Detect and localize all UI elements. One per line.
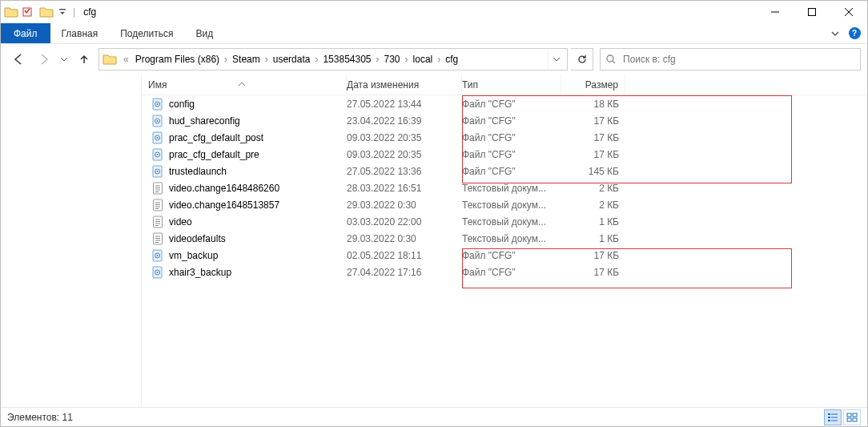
ribbon-tab-share[interactable]: Поделиться <box>109 23 184 43</box>
file-name: video.change1648486260 <box>169 183 279 194</box>
view-details-button[interactable] <box>824 409 842 425</box>
file-list[interactable]: config27.05.2022 13:44Файл "CFG"18 КБhud… <box>142 95 867 407</box>
svg-point-28 <box>157 272 159 273</box>
search-box[interactable] <box>600 48 861 70</box>
column-header-name[interactable]: Имя <box>142 75 347 95</box>
breadcrumb-item[interactable]: Program Files (x86) <box>132 49 223 70</box>
svg-rect-30 <box>831 413 838 414</box>
address-dropdown-button[interactable] <box>548 49 564 70</box>
file-date: 29.03.2022 0:30 <box>347 199 462 211</box>
file-row[interactable]: config27.05.2022 13:44Файл "CFG"18 КБ <box>142 95 867 112</box>
breadcrumb-item[interactable]: userdata <box>270 49 314 70</box>
breadcrumb-item[interactable]: 153854305 <box>319 49 374 70</box>
breadcrumb-item[interactable]: Steam <box>229 49 263 70</box>
status-item-count: Элементов: 11 <box>7 412 73 423</box>
file-size: 17 КБ <box>561 115 625 127</box>
svg-rect-32 <box>831 417 838 417</box>
file-row[interactable]: video.change164848626028.03.2022 16:51Те… <box>142 179 867 196</box>
help-button[interactable]: ? <box>845 23 864 43</box>
file-icon <box>151 199 164 211</box>
file-date: 29.03.2022 0:30 <box>347 233 462 244</box>
chevron-right-icon[interactable]: › <box>223 54 229 65</box>
file-icon <box>151 98 164 111</box>
nav-back-button[interactable] <box>7 49 30 70</box>
file-date: 28.03.2022 16:51 <box>347 183 462 194</box>
chevron-right-icon[interactable]: › <box>436 54 442 65</box>
file-type: Файл "CFG" <box>462 132 561 143</box>
nav-up-button[interactable] <box>73 49 95 70</box>
file-row[interactable]: prac_cfg_default_pre09.03.2022 20:35Файл… <box>142 146 867 163</box>
file-row[interactable]: video.change164851385729.03.2022 0:30Тек… <box>142 196 867 213</box>
file-size: 1 КБ <box>561 216 625 228</box>
nav-forward-button[interactable] <box>33 49 55 70</box>
address-bar[interactable]: « Program Files (x86) › Steam › userdata… <box>98 48 568 70</box>
file-type: Файл "CFG" <box>462 250 561 261</box>
sort-indicator-icon <box>238 81 246 87</box>
breadcrumb-overflow[interactable]: « <box>120 49 132 70</box>
svg-point-3 <box>607 55 613 62</box>
file-size: 17 КБ <box>561 132 625 143</box>
view-large-icons-button[interactable] <box>843 409 861 425</box>
minimize-button[interactable] <box>757 1 794 23</box>
search-input[interactable] <box>621 53 855 66</box>
breadcrumb-item[interactable]: cfg <box>442 49 461 70</box>
qat-folder-icon[interactable] <box>38 6 55 18</box>
svg-point-9 <box>157 120 159 122</box>
column-header-type[interactable]: Тип <box>462 75 561 95</box>
file-size: 2 КБ <box>561 183 625 194</box>
svg-point-6 <box>157 103 159 105</box>
file-row[interactable]: video03.03.2020 22:00Текстовый докум...1… <box>142 213 867 230</box>
ribbon-expand-button[interactable] <box>826 23 845 43</box>
file-date: 27.04.2022 17:16 <box>347 267 462 278</box>
ribbon-file-tab[interactable]: Файл <box>1 23 50 43</box>
file-type: Текстовый докум... <box>462 233 561 244</box>
breadcrumb-item[interactable]: local <box>410 49 436 70</box>
file-name: hud_shareconfig <box>169 115 240 127</box>
file-date: 27.05.2022 13:44 <box>347 99 462 110</box>
column-header-size[interactable]: Размер <box>561 75 625 95</box>
titlebar-separator: | <box>70 6 78 18</box>
maximize-button[interactable] <box>794 1 830 23</box>
file-size: 17 КБ <box>561 267 625 278</box>
qat-dropdown-icon[interactable] <box>57 6 68 18</box>
ribbon-tab-home[interactable]: Главная <box>50 23 110 43</box>
file-icon <box>151 266 164 279</box>
file-size: 17 КБ <box>561 149 625 160</box>
svg-rect-35 <box>847 413 851 417</box>
svg-rect-36 <box>853 413 857 417</box>
svg-rect-37 <box>847 418 851 421</box>
navigation-pane[interactable] <box>1 75 142 407</box>
file-name: prac_cfg_default_pre <box>169 149 259 160</box>
file-row[interactable]: prac_cfg_default_post09.03.2022 20:35Фай… <box>142 129 867 146</box>
file-row[interactable]: hud_shareconfig23.04.2022 16:39Файл "CFG… <box>142 112 867 129</box>
file-row[interactable]: xhair3_backup27.04.2022 17:16Файл "CFG"1… <box>142 264 867 280</box>
address-folder-icon <box>102 54 120 65</box>
status-bar: Элементов: 11 <box>1 407 867 426</box>
file-row[interactable]: videodefaults29.03.2022 0:30Текстовый до… <box>142 230 867 247</box>
qat-properties-icon[interactable] <box>20 6 36 18</box>
nav-recent-dropdown[interactable] <box>58 55 70 63</box>
file-type: Текстовый докум... <box>462 199 561 211</box>
file-row[interactable]: vm_backup02.05.2022 18:11Файл "CFG"17 КБ <box>142 247 867 264</box>
file-date: 09.03.2022 20:35 <box>347 149 462 160</box>
chevron-right-icon[interactable]: › <box>313 54 319 65</box>
file-icon <box>151 232 164 245</box>
svg-rect-34 <box>831 420 838 421</box>
file-icon <box>151 131 164 144</box>
titlebar: | cfg <box>1 1 867 23</box>
close-button[interactable] <box>830 1 867 23</box>
ribbon-tab-view[interactable]: Вид <box>184 23 224 43</box>
chevron-right-icon[interactable]: › <box>263 54 270 65</box>
file-size: 17 КБ <box>561 250 625 261</box>
svg-rect-2 <box>809 9 816 16</box>
column-header-date[interactable]: Дата изменения <box>347 75 462 95</box>
file-icon <box>151 148 164 161</box>
breadcrumb-item[interactable]: 730 <box>381 49 404 70</box>
file-icon <box>151 249 164 262</box>
chevron-right-icon[interactable]: › <box>404 54 410 65</box>
svg-point-12 <box>157 137 159 139</box>
chevron-right-icon[interactable]: › <box>375 54 381 65</box>
file-date: 03.03.2020 22:00 <box>347 216 462 228</box>
file-row[interactable]: trustedlaunch27.05.2022 13:36Файл "CFG"1… <box>142 163 867 179</box>
refresh-button[interactable] <box>571 48 593 70</box>
